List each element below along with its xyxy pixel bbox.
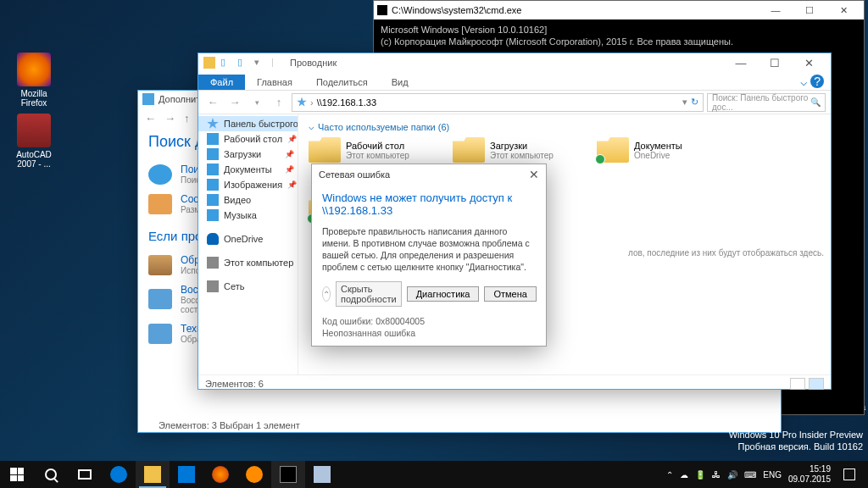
- tray-keyboard-icon[interactable]: ⌨: [744, 470, 756, 480]
- desktop-icon-firefox[interactable]: Mozilla Firefox: [8, 53, 59, 108]
- autocad-icon: [17, 114, 51, 147]
- diagnose-button[interactable]: Диагностика: [407, 286, 480, 302]
- error-reason: Неопознанная ошибка: [322, 327, 536, 339]
- action-center-button[interactable]: [837, 461, 861, 488]
- minimize-button[interactable]: —: [724, 57, 758, 69]
- collapse-details-button[interactable]: ⌃: [322, 286, 331, 302]
- sidebar-item-thispc[interactable]: Этот компьютер: [198, 255, 298, 270]
- taskbar-explorer[interactable]: [136, 461, 170, 488]
- folder-icon: [453, 137, 485, 163]
- folder-name: Загрузки: [490, 141, 554, 151]
- refresh-icon[interactable]: ↻: [691, 97, 698, 108]
- taskbar-store[interactable]: [170, 461, 203, 488]
- edge-icon: [110, 466, 127, 483]
- support-icon: [148, 324, 172, 344]
- hide-details-link[interactable]: Скрыть подробности: [336, 281, 402, 307]
- close-button[interactable]: ✕: [792, 57, 826, 69]
- sidebar-item-downloads[interactable]: Загрузки📌: [198, 147, 298, 162]
- error-heading: Windows не может получить доступ к \\192…: [322, 191, 536, 217]
- cancel-button[interactable]: Отмена: [484, 286, 536, 302]
- taskbar-wmp[interactable]: [237, 461, 271, 488]
- tab-home[interactable]: Главная: [245, 75, 304, 90]
- up-button[interactable]: ↑: [184, 112, 190, 125]
- tab-share[interactable]: Поделиться: [304, 75, 380, 90]
- tray-clock[interactable]: 15:19 09.07.2015: [788, 464, 831, 485]
- taskbar-firefox[interactable]: [203, 461, 237, 488]
- folder-item[interactable]: ЗагрузкиЭтот компьютер: [453, 137, 563, 163]
- pictures-icon: [207, 179, 219, 191]
- start-button[interactable]: [0, 461, 34, 488]
- ribbon-expand-icon[interactable]: ⌵ ?: [793, 73, 831, 90]
- sidebar-item-label: Изображения: [224, 180, 282, 190]
- tray-up-icon[interactable]: ⌃: [666, 470, 673, 480]
- search-placeholder: Поиск: Панель быстрого дос...: [712, 93, 810, 112]
- forward-button[interactable]: →: [225, 93, 244, 112]
- tab-view[interactable]: Вид: [380, 75, 420, 90]
- helper-icon: [142, 93, 154, 105]
- history-button[interactable]: ▾: [248, 93, 266, 112]
- tray-onedrive-icon[interactable]: ☁: [680, 470, 688, 480]
- sidebar-item-onedrive[interactable]: OneDrive: [198, 231, 298, 247]
- qat-newfolder-icon[interactable]: ▯: [237, 57, 249, 69]
- sidebar-item-music[interactable]: Музыка: [198, 208, 298, 223]
- sidebar-item-desktop[interactable]: Рабочий стол📌: [198, 131, 298, 147]
- view-icons-button[interactable]: [809, 378, 824, 390]
- explorer-titlebar[interactable]: ▯ ▯ ▾ | Проводник — ☐ ✕: [198, 53, 831, 72]
- error-titlebar[interactable]: Сетевая ошибка ✕: [312, 164, 546, 185]
- app-icon: [314, 466, 331, 483]
- cmd-icon: [377, 5, 387, 15]
- taskbar-app[interactable]: [305, 461, 339, 488]
- sidebar-item-documents[interactable]: Документы📌: [198, 162, 298, 177]
- close-button[interactable]: ✕: [826, 5, 860, 16]
- explorer-ribbon: Файл Главная Поделиться Вид ⌵ ?: [198, 72, 831, 91]
- tab-file[interactable]: Файл: [198, 75, 245, 90]
- sidebar-item-videos[interactable]: Видео: [198, 192, 298, 208]
- watermark-line: Windows 10 Pro Insider Preview: [729, 429, 863, 441]
- taskview-button[interactable]: [68, 461, 102, 488]
- taskbar-cmd[interactable]: [271, 461, 305, 488]
- tray-battery-icon[interactable]: 🔋: [695, 470, 705, 480]
- qat-properties-icon[interactable]: ▯: [220, 57, 232, 69]
- minimize-button[interactable]: —: [759, 5, 793, 16]
- maximize-button[interactable]: ☐: [793, 5, 826, 16]
- system-tray: ⌃ ☁ 🔋 🖧 🔊 ⌨ ENG 15:19 09.07.2015: [666, 461, 868, 488]
- maximize-button[interactable]: ☐: [758, 57, 792, 69]
- pin-icon: 📌: [285, 150, 294, 158]
- watermark-line: Пробная версия. Build 10162: [729, 441, 863, 452]
- address-input[interactable]: › \\192.168.1.33 ▾ ↻: [292, 93, 704, 112]
- qat-dropdown-icon[interactable]: ▾: [254, 57, 266, 69]
- explorer-icon: [144, 466, 161, 483]
- folder-sub: Этот компьютер: [490, 151, 554, 160]
- sidebar-item-quickaccess[interactable]: Панель быстрого до: [198, 116, 298, 131]
- view-details-button[interactable]: [790, 378, 805, 390]
- tray-volume-icon[interactable]: 🔊: [727, 470, 737, 480]
- desktop-icon-autocad[interactable]: AutoCAD 2007 - ...: [8, 114, 59, 169]
- cmd-titlebar[interactable]: C:\Windows\system32\cmd.exe — ☐ ✕: [374, 1, 864, 19]
- close-button[interactable]: ✕: [529, 168, 539, 181]
- search-button[interactable]: [34, 461, 68, 488]
- notification-icon: [843, 469, 855, 480]
- section-header[interactable]: ⌵Часто используемые папки (6): [309, 121, 821, 132]
- back-button[interactable]: ←: [203, 93, 222, 112]
- tray-network-icon[interactable]: 🖧: [712, 470, 721, 480]
- taskview-icon: [78, 469, 92, 480]
- up-button[interactable]: ↑: [270, 93, 288, 112]
- forward-button[interactable]: →: [164, 112, 175, 125]
- sidebar-item-network[interactable]: Сеть: [198, 279, 298, 294]
- explorer-title: Проводник: [290, 58, 337, 68]
- folder-sub: Этот компьютер: [346, 151, 409, 160]
- sidebar-item-pictures[interactable]: Изображения📌: [198, 177, 298, 192]
- taskbar-edge[interactable]: [102, 461, 136, 488]
- error-code: Код ошибки: 0x80004005: [322, 315, 536, 327]
- section-label: Часто используемые папки (6): [318, 122, 449, 132]
- address-dropdown-icon[interactable]: ▾: [682, 97, 687, 108]
- help-icon: [148, 164, 172, 185]
- folder-item[interactable]: Рабочий столЭтот компьютер: [309, 137, 419, 163]
- sidebar-item-label: Загрузки: [224, 149, 261, 159]
- back-button[interactable]: ←: [145, 112, 156, 125]
- star-icon: [207, 118, 219, 130]
- folder-item[interactable]: ДокументыOneDrive: [597, 137, 707, 163]
- search-input[interactable]: Поиск: Панель быстрого дос... 🔍: [707, 93, 826, 112]
- sidebar-item-label: Сеть: [224, 281, 244, 291]
- tray-lang[interactable]: ENG: [763, 470, 782, 480]
